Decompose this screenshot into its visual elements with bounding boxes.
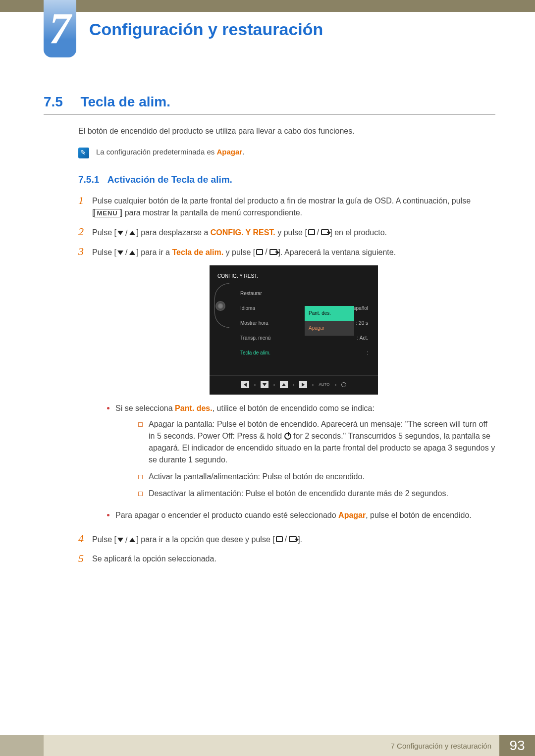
step2-text-c: y pulse [ <box>275 228 307 237</box>
osd-label: Restaurar <box>240 288 262 300</box>
step-3: 3 Pulse [/] para ir a Tecla de alim. y p… <box>78 246 495 527</box>
osd-row-tecla-alim: Tecla de alim.: <box>237 346 371 360</box>
right-icon <box>299 381 307 388</box>
osd-label: Transp. menú <box>240 332 270 344</box>
step-number: 4 <box>78 533 92 544</box>
step3-text-b: ] para ir a <box>136 248 172 256</box>
left-icon <box>241 381 249 388</box>
sub-bullet-text: Activar la pantalla/alimentación: Pulse … <box>149 471 365 483</box>
chapter-title: Configuración y restauración <box>89 20 323 39</box>
bullet-item: Si se selecciona Pant. des., utilice el … <box>107 403 495 504</box>
section-heading: 7.5 Tecla de alim. <box>44 94 495 115</box>
sub-bullet-item: Desactivar la alimentación: Pulse el bot… <box>138 488 495 500</box>
osd-label: Tecla de alim. <box>240 347 270 359</box>
step2-text-a: Pulse [ <box>92 228 116 237</box>
up-icon <box>280 381 288 388</box>
section-underline <box>44 114 495 115</box>
section-number: 7.5 <box>44 94 78 110</box>
down-up-icon: / <box>116 247 136 258</box>
osd-title: CONFIG. Y REST. <box>210 270 378 282</box>
screen-enter-icon: / <box>275 533 298 545</box>
footer-label: 7 Configuración y restauración <box>44 735 499 756</box>
bullet-text: , utilice el botón de encendido como se … <box>213 404 374 412</box>
osd-popup-unselected: Apagar <box>305 321 354 336</box>
step4-text-a: Pulse [ <box>92 535 116 544</box>
step3-text-d: ]. Aparecerá la ventana siguiente. <box>278 248 396 256</box>
subsection-heading: 7.5.1 Activación de Tecla de alim. <box>78 174 495 185</box>
osd-value: : <box>367 347 368 359</box>
page-footer: 7 Configuración y restauración 93 <box>0 735 535 756</box>
step-2: 2 Pulse [/] para desplazarse a CONFIG. Y… <box>78 226 495 239</box>
sub-bullet-item: Activar la pantalla/alimentación: Pulse … <box>138 471 495 483</box>
step-number: 3 <box>78 246 92 257</box>
subsection-title: Activación de Tecla de alim. <box>107 174 232 185</box>
note-icon <box>78 148 89 158</box>
osd-footer: AUTO <box>210 375 378 391</box>
osd-value: : 20 s <box>356 317 368 329</box>
bullet-list-1: Si se selecciona Pant. des., utilice el … <box>107 403 495 521</box>
screen-enter-icon: / <box>307 226 330 238</box>
step-body: Pulse [/] para ir a la opción que desee … <box>92 533 495 546</box>
note-block: La configuración predeterminada es Apaga… <box>78 148 495 158</box>
step-body: Se aplicará la opción seleccionada. <box>92 553 495 565</box>
bullet-text: Si se selecciona <box>115 404 175 412</box>
step-body: Pulse [/] para desplazarse a CONFIG. Y R… <box>92 226 495 239</box>
bullet-highlight: Pant. des. <box>175 404 213 412</box>
page-number: 93 <box>499 735 535 756</box>
osd-popup-selected: Pant. des. <box>305 306 354 321</box>
step-4: 4 Pulse [/] para ir a la opción que dese… <box>78 533 495 546</box>
steps-list: 1 Pulse cualquier botón de la parte fron… <box>78 195 495 565</box>
power-icon <box>341 382 346 387</box>
menu-key: MENU <box>94 209 120 217</box>
step2-text-d: ] en el producto. <box>330 228 387 237</box>
step-5: 5 Se aplicará la opción seleccionada. <box>78 553 495 565</box>
bullet-item: Para apagar o encender el producto cuand… <box>107 509 495 521</box>
sub-bullet-list: Apagar la pantalla: Pulse el botón de en… <box>138 418 495 500</box>
step-1: 1 Pulse cualquier botón de la parte fron… <box>78 195 495 219</box>
down-up-icon: / <box>116 227 136 239</box>
sub-bullet-item: Apagar la pantalla: Pulse el botón de en… <box>138 418 495 466</box>
intro-text: El botón de encendido del producto se ut… <box>78 127 495 136</box>
osd-label: Mostrar hora <box>240 317 268 329</box>
osd-value: : Act. <box>357 332 368 344</box>
step2-highlight: CONFIG. Y REST. <box>211 228 275 237</box>
power-icon <box>284 433 291 440</box>
step-number: 2 <box>78 226 92 237</box>
step3-text-c: y pulse [ <box>223 248 255 256</box>
osd-popup: Pant. des. Apagar <box>305 306 354 336</box>
step4-text-b: ] para ir a la opción que desee y pulse … <box>136 535 274 544</box>
step-number: 1 <box>78 195 92 206</box>
note-highlight: Apagar <box>217 148 243 156</box>
subsection-number: 7.5.1 <box>78 174 99 185</box>
step-body: Pulse [/] para ir a Tecla de alim. y pul… <box>92 246 495 527</box>
bullet-highlight: Apagar <box>338 511 366 519</box>
step3-text-a: Pulse [ <box>92 248 116 256</box>
footer-left-block <box>0 735 44 756</box>
gear-icon <box>215 301 225 311</box>
sub-bullet-text: Desactivar la alimentación: Pulse el bot… <box>149 488 448 500</box>
screen-enter-icon: / <box>255 246 278 258</box>
note-post: . <box>242 148 244 156</box>
osd-label: Idioma <box>240 302 255 314</box>
auto-label: AUTO <box>319 379 329 391</box>
note-pre: La configuración predeterminada es <box>96 148 217 156</box>
down-up-icon: / <box>116 534 136 546</box>
bullet-text: , pulse el botón de encendido. <box>366 511 472 519</box>
section-title: Tecla de alim. <box>80 94 170 109</box>
step3-highlight: Tecla de alim. <box>172 248 223 256</box>
header-bar <box>0 0 535 12</box>
bullet-text: Para apagar o encender el producto cuand… <box>115 511 338 519</box>
step-number: 5 <box>78 553 92 564</box>
osd-row-restaurar: Restaurar <box>237 286 371 301</box>
step2-text-b: ] para desplazarse a <box>136 228 210 237</box>
osd-screenshot: CONFIG. Y REST. Restaurar Idioma: Españo… <box>210 265 378 395</box>
down-icon <box>261 381 268 388</box>
content-area: 7.5 Tecla de alim. El botón de encendido… <box>44 94 495 572</box>
chapter-badge: 7 <box>44 0 76 57</box>
step-body: Pulse cualquier botón de la parte fronta… <box>92 195 495 219</box>
step1-text-b: ] para mostrar la pantalla de menú corre… <box>120 208 302 217</box>
note-text: La configuración predeterminada es Apaga… <box>96 148 244 156</box>
